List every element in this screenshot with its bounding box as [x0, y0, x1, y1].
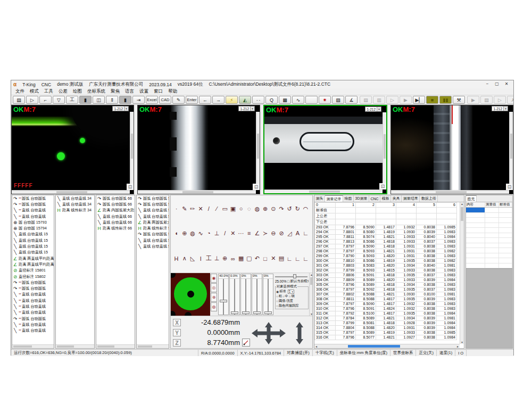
jog-arrows-icon[interactable]: [252, 322, 307, 344]
palette-tool-icon[interactable]: ∿: [197, 230, 205, 237]
menu-item-坐标系统[interactable]: 坐标系统: [85, 88, 108, 95]
scroll-thumb[interactable]: [182, 191, 213, 193]
measure-item[interactable]: ╲直线 自动直线 55: [137, 237, 169, 243]
minus-minus-button[interactable]: - -: [252, 96, 264, 104]
menu-item-聚焦[interactable]: 聚焦: [108, 88, 122, 95]
camera-range-dropdown[interactable]: 1-212▾: [238, 106, 255, 111]
scroll-thumb[interactable]: [13, 345, 32, 348]
palette-tool-icon[interactable]: 工: [205, 254, 213, 262]
minimize-button[interactable]: −: [483, 81, 492, 88]
light-channel-slider-5[interactable]: 0%: [263, 274, 273, 315]
measure-item[interactable]: ╲直线 自动直线 34: [56, 195, 94, 201]
menu-item-公差[interactable]: 公差: [56, 88, 70, 95]
measure-item[interactable]: ╲直线 自动直线 55: [137, 213, 169, 219]
camera-resize-icon[interactable]: ⊡: [506, 184, 513, 190]
laser-button[interactable]: ✷: [319, 96, 331, 104]
menu-item-工具[interactable]: 工具: [41, 88, 56, 95]
measure-item[interactable]: ╲直线 自动直线 15: [12, 250, 54, 256]
slider-track[interactable]: [263, 279, 273, 315]
palette-tool-icon[interactable]: ◿: [286, 230, 294, 237]
measure-item[interactable]: ∠距离 两圆弧最大距: [137, 219, 169, 225]
play-2-button[interactable]: ▶: [467, 96, 479, 104]
tolerance-row[interactable]: 上公差: [315, 213, 457, 219]
palette-tool-icon[interactable]: ⊕: [221, 255, 229, 262]
tab-夹具[interactable]: 夹具: [391, 195, 402, 202]
table-row[interactable]: 307 OK7.88028.50881.48211.09300.81001.09…: [315, 292, 457, 297]
palette-tool-icon[interactable]: ▣: [229, 205, 237, 212]
light-channel-slider-2[interactable]: 0.0%: [229, 274, 240, 315]
menu-item-设置[interactable]: 设置: [137, 88, 151, 95]
stage-button[interactable]: 工: [66, 96, 78, 104]
print-button[interactable]: ▥: [373, 96, 385, 104]
tab-测量结果[interactable]: 测量结果: [402, 195, 420, 202]
table-row[interactable]: 313 OK7.87998.50811.48181.09280.80391.09…: [315, 321, 457, 326]
table-row[interactable]: 297 OK7.87978.50901.48181.09310.80381.09…: [315, 244, 457, 249]
arrow-left-button[interactable]: ←: [199, 96, 211, 104]
palette-tool-icon[interactable]: ○: [237, 205, 245, 212]
element-row[interactable]: [466, 238, 512, 243]
slider-thumb[interactable]: [231, 311, 238, 314]
palette-tool-icon[interactable]: ✕: [197, 205, 205, 212]
camera-range-dropdown[interactable]: 1-212▾: [365, 106, 381, 112]
program-button[interactable]: ⌐: [39, 96, 52, 104]
tolerance-row[interactable]: 下公差: [315, 219, 457, 225]
pause-button[interactable]: ▮▮: [439, 96, 452, 104]
ring-all-button[interactable]: ◉: [211, 274, 217, 283]
pattern-button[interactable]: ▩: [279, 96, 291, 104]
table-row[interactable]: 316 OK7.87968.50771.48211.09270.80381.09…: [315, 335, 457, 340]
scroll-down-icon[interactable]: ▼: [310, 312, 313, 316]
scroll-left-icon[interactable]: ◄: [315, 345, 318, 348]
element-row[interactable]: [466, 233, 512, 238]
list-hscrollbar[interactable]: [56, 344, 94, 348]
scroll-thumb[interactable]: [461, 207, 463, 221]
scroll-down-icon[interactable]: ▼: [460, 341, 464, 344]
measure-item[interactable]: H距离 线性标注 55: [137, 225, 169, 231]
ring-segment-button[interactable]: ◎: [211, 283, 217, 292]
palette-tool-icon[interactable]: ⊥: [213, 230, 221, 237]
palette-tool-icon[interactable]: ⊕: [261, 205, 269, 212]
palette-tool-icon[interactable]: ≡: [245, 230, 253, 236]
table-vscrollbar[interactable]: ▲ ▼: [460, 202, 464, 344]
table-row[interactable]: 298 OK7.87978.50931.48211.09310.80381.09…: [315, 249, 457, 254]
backlight-button[interactable]: ◍: [211, 302, 217, 311]
image-button[interactable]: ◭: [239, 96, 251, 104]
element-row[interactable]: [466, 223, 512, 228]
open-button[interactable]: ▷: [26, 96, 38, 104]
palette-tool-icon[interactable]: ✎: [180, 205, 188, 212]
measure-item[interactable]: ╲直线 自动直线 55: [137, 208, 169, 213]
camera-hscrollbar[interactable]: [264, 190, 383, 193]
camera-hscrollbar[interactable]: [12, 190, 130, 194]
menu-item-窗口[interactable]: 窗口: [151, 88, 165, 95]
save-2-button[interactable]: ▤: [480, 96, 493, 104]
table-row[interactable]: 310 OK7.87968.50911.48241.09320.80381.09…: [315, 307, 457, 311]
scroll-thumb[interactable]: [310, 277, 313, 285]
chevron-down-icon[interactable]: ▾: [250, 106, 254, 111]
palette-tool-icon[interactable]: ⊖: [269, 230, 277, 237]
measure-item[interactable]: ↷***圆弧 自动圆弧: [12, 201, 54, 207]
chevron-down-icon[interactable]: ▾: [124, 106, 128, 111]
camera-range-dropdown[interactable]: 1-212▾: [492, 106, 508, 111]
slider-thumb[interactable]: [220, 300, 227, 302]
palette-tool-icon[interactable]: /: [205, 205, 213, 212]
folder-run-button[interactable]: ▷: [386, 96, 398, 104]
table-row[interactable]: 300 OK7.88108.50861.48191.09350.80381.09…: [315, 259, 457, 263]
excel-button[interactable]: Excel: [146, 96, 158, 104]
radio-off-icon[interactable]: ○: [276, 295, 278, 298]
camera-panel-1[interactable]: OKM:7FFFFF1-212▾⊡: [11, 105, 134, 194]
maximize-button[interactable]: ▢: [492, 81, 502, 88]
palette-tool-icon[interactable]: ·: [172, 205, 180, 212]
measure-item[interactable]: ╲直线 自动直线 15: [12, 232, 54, 237]
camera-resize-icon[interactable]: ⊡: [127, 184, 134, 190]
palette-tool-icon[interactable]: ↶: [253, 255, 261, 262]
light-channel-slider-1[interactable]: 40.0%: [218, 274, 229, 315]
tab-测头[interactable]: 测头: [314, 195, 325, 202]
radio-off-icon[interactable]: ○: [289, 295, 291, 298]
medium-option-label[interactable]: 中: [285, 294, 288, 299]
table-row[interactable]: 302 OK7.87998.50931.48151.09330.80381.09…: [315, 268, 457, 273]
video-button[interactable]: ◫: [93, 96, 105, 104]
menu-item-绘图[interactable]: 绘图: [70, 88, 85, 95]
grid-view-button[interactable]: ▮: [119, 96, 131, 104]
camera-resize-icon[interactable]: ⊡: [253, 184, 260, 190]
measure-item[interactable]: ⊕圆 自动圆 15794: [12, 225, 54, 231]
radio-on-icon[interactable]: ◉: [276, 290, 279, 293]
